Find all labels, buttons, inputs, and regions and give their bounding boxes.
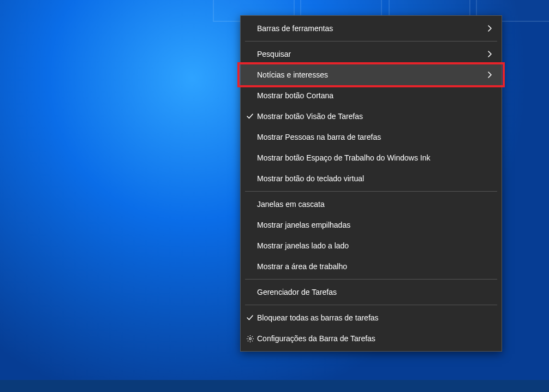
menu-separator	[245, 191, 497, 192]
menu-item[interactable]: Janelas em cascata	[241, 194, 502, 215]
check-icon	[245, 112, 255, 120]
menu-item[interactable]: Barras de ferramentas	[241, 18, 502, 39]
menu-separator	[245, 305, 497, 305]
chevron-right-icon	[487, 25, 493, 32]
menu-item-label: Mostrar botão Espaço de Trabalho do Wind…	[257, 153, 494, 162]
menu-item[interactable]: Mostrar Pessoas na barra de tarefas	[241, 127, 502, 147]
menu-item-label: Barras de ferramentas	[257, 24, 494, 33]
menu-item[interactable]: Mostrar botão do teclado virtual	[241, 168, 502, 189]
menu-item[interactable]: Mostrar botão Espaço de Trabalho do Wind…	[241, 147, 502, 168]
menu-item-label: Janelas em cascata	[257, 200, 494, 209]
menu-item[interactable]: Bloquear todas as barras de tarefas	[241, 307, 502, 328]
menu-item-label: Mostrar a área de trabalho	[257, 262, 494, 271]
menu-item-label: Bloquear todas as barras de tarefas	[257, 313, 494, 322]
menu-item-label: Mostrar Pessoas na barra de tarefas	[257, 133, 494, 141]
menu-item[interactable]: Configurações da Barra de Tarefas	[241, 328, 502, 349]
menu-item-label: Configurações da Barra de Tarefas	[257, 334, 494, 343]
menu-item[interactable]: Mostrar botão Cortana	[241, 85, 502, 106]
menu-item-label: Mostrar botão Visão de Tarefas	[257, 112, 494, 121]
menu-item-label: Pesquisar	[257, 50, 494, 58]
menu-item-label: Mostrar botão do teclado virtual	[257, 174, 494, 183]
menu-item-label: Mostrar janelas empilhadas	[257, 221, 494, 229]
menu-item-label: Notícias e interesses	[257, 70, 494, 79]
taskbar-edge	[0, 380, 549, 392]
svg-point-0	[249, 337, 251, 340]
menu-item[interactable]: Mostrar botão Visão de Tarefas	[241, 106, 502, 127]
menu-item[interactable]: Notícias e interesses	[241, 64, 502, 85]
menu-separator	[245, 41, 497, 41]
gear-icon	[245, 335, 255, 343]
menu-item-label: Mostrar botão Cortana	[257, 91, 494, 100]
chevron-right-icon	[487, 50, 493, 58]
menu-item-label: Mostrar janelas lado a lado	[257, 241, 494, 250]
menu-separator	[245, 279, 497, 280]
menu-item[interactable]: Gerenciador de Tarefas	[241, 282, 502, 302]
menu-item[interactable]: Mostrar a área de trabalho	[241, 256, 502, 277]
menu-item[interactable]: Pesquisar	[241, 44, 502, 64]
menu-item-label: Gerenciador de Tarefas	[257, 288, 494, 296]
taskbar-context-menu: Barras de ferramentasPesquisarNotícias e…	[240, 15, 502, 352]
menu-item[interactable]: Mostrar janelas lado a lado	[241, 235, 502, 256]
check-icon	[245, 314, 255, 322]
menu-item[interactable]: Mostrar janelas empilhadas	[241, 215, 502, 235]
chevron-right-icon	[487, 71, 493, 79]
